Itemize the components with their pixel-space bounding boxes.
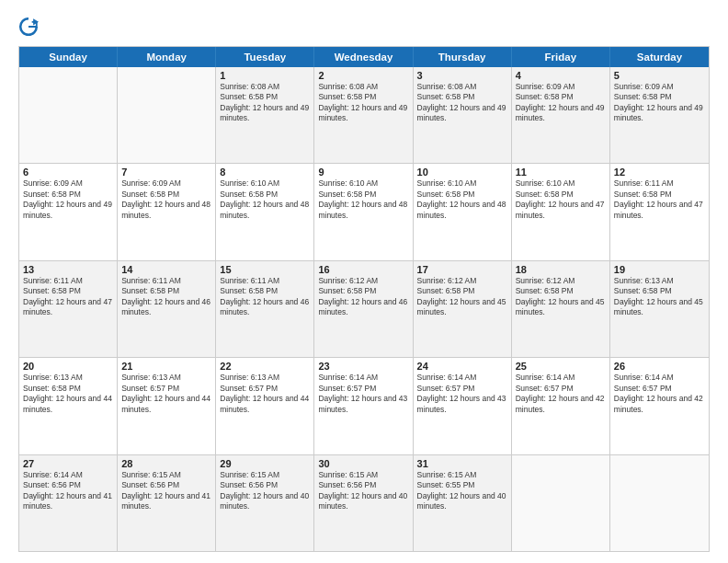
- day-number: 7: [121, 167, 211, 178]
- day-number: 16: [318, 264, 408, 275]
- day-number: 25: [516, 361, 606, 372]
- day-info: Sunrise: 6:14 AM Sunset: 6:57 PM Dayligh…: [614, 373, 705, 415]
- calendar-cell: 21Sunrise: 6:13 AM Sunset: 6:57 PM Dayli…: [118, 358, 216, 454]
- day-number: 23: [318, 361, 408, 372]
- day-number: 4: [516, 70, 606, 81]
- day-info: Sunrise: 6:15 AM Sunset: 6:56 PM Dayligh…: [121, 470, 211, 512]
- day-info: Sunrise: 6:10 AM Sunset: 6:58 PM Dayligh…: [516, 178, 606, 221]
- calendar-cell: 8Sunrise: 6:10 AM Sunset: 6:58 PM Daylig…: [216, 164, 314, 259]
- day-info: Sunrise: 6:14 AM Sunset: 6:57 PM Dayligh…: [417, 373, 507, 415]
- day-info: Sunrise: 6:11 AM Sunset: 6:58 PM Dayligh…: [614, 178, 705, 221]
- day-number: 22: [220, 361, 310, 372]
- day-info: Sunrise: 6:10 AM Sunset: 6:58 PM Dayligh…: [417, 178, 507, 221]
- day-number: 1: [220, 70, 310, 81]
- day-info: Sunrise: 6:14 AM Sunset: 6:57 PM Dayligh…: [516, 373, 606, 415]
- day-number: 26: [614, 361, 705, 372]
- day-info: Sunrise: 6:12 AM Sunset: 6:58 PM Dayligh…: [318, 276, 408, 318]
- day-info: Sunrise: 6:15 AM Sunset: 6:55 PM Dayligh…: [417, 470, 507, 512]
- day-info: Sunrise: 6:08 AM Sunset: 6:58 PM Dayligh…: [417, 82, 507, 124]
- day-number: 24: [417, 361, 507, 372]
- calendar-cell: 19Sunrise: 6:13 AM Sunset: 6:58 PM Dayli…: [610, 261, 709, 357]
- day-number: 27: [23, 458, 113, 469]
- calendar-cell: 17Sunrise: 6:12 AM Sunset: 6:58 PM Dayli…: [414, 261, 512, 357]
- day-number: 17: [417, 264, 507, 275]
- calendar-cell: 5Sunrise: 6:09 AM Sunset: 6:58 PM Daylig…: [610, 67, 709, 163]
- calendar-row: 20Sunrise: 6:13 AM Sunset: 6:58 PM Dayli…: [19, 357, 709, 454]
- calendar-cell: 22Sunrise: 6:13 AM Sunset: 6:57 PM Dayli…: [216, 358, 314, 454]
- calendar-body: 1Sunrise: 6:08 AM Sunset: 6:58 PM Daylig…: [19, 67, 709, 551]
- calendar-cell: 20Sunrise: 6:13 AM Sunset: 6:58 PM Dayli…: [19, 358, 118, 454]
- day-info: Sunrise: 6:15 AM Sunset: 6:56 PM Dayligh…: [318, 470, 408, 512]
- day-info: Sunrise: 6:14 AM Sunset: 6:57 PM Dayligh…: [318, 373, 408, 415]
- calendar-cell: [118, 67, 216, 163]
- day-number: 6: [23, 167, 113, 178]
- calendar-cell: [19, 67, 118, 163]
- calendar-cell: 26Sunrise: 6:14 AM Sunset: 6:57 PM Dayli…: [610, 358, 709, 454]
- calendar-cell: 16Sunrise: 6:12 AM Sunset: 6:58 PM Dayli…: [314, 261, 413, 357]
- weekday-header: Friday: [512, 47, 610, 67]
- day-number: 31: [417, 458, 507, 469]
- day-number: 21: [121, 361, 211, 372]
- day-info: Sunrise: 6:12 AM Sunset: 6:58 PM Dayligh…: [417, 276, 507, 318]
- day-number: 5: [614, 70, 705, 81]
- day-info: Sunrise: 6:09 AM Sunset: 6:58 PM Dayligh…: [614, 82, 705, 124]
- day-info: Sunrise: 6:09 AM Sunset: 6:58 PM Dayligh…: [516, 82, 606, 124]
- calendar-cell: [610, 455, 709, 551]
- calendar-cell: 13Sunrise: 6:11 AM Sunset: 6:58 PM Dayli…: [19, 261, 118, 357]
- day-number: 3: [417, 70, 507, 81]
- day-number: 18: [516, 264, 606, 275]
- day-number: 8: [220, 167, 310, 178]
- day-info: Sunrise: 6:09 AM Sunset: 6:58 PM Dayligh…: [121, 178, 211, 221]
- day-info: Sunrise: 6:14 AM Sunset: 6:56 PM Dayligh…: [23, 470, 113, 512]
- calendar-cell: 29Sunrise: 6:15 AM Sunset: 6:56 PM Dayli…: [216, 455, 314, 551]
- calendar-cell: 18Sunrise: 6:12 AM Sunset: 6:58 PM Dayli…: [512, 261, 610, 357]
- weekday-header: Tuesday: [216, 47, 314, 67]
- calendar-cell: 11Sunrise: 6:10 AM Sunset: 6:58 PM Dayli…: [512, 164, 610, 259]
- day-number: 10: [417, 167, 507, 178]
- calendar-cell: 24Sunrise: 6:14 AM Sunset: 6:57 PM Dayli…: [414, 358, 512, 454]
- weekday-header: Wednesday: [314, 47, 413, 67]
- header: [18, 17, 710, 37]
- calendar-cell: 23Sunrise: 6:14 AM Sunset: 6:57 PM Dayli…: [314, 358, 413, 454]
- calendar-cell: 10Sunrise: 6:10 AM Sunset: 6:58 PM Dayli…: [414, 164, 512, 259]
- calendar-cell: 12Sunrise: 6:11 AM Sunset: 6:58 PM Dayli…: [610, 164, 709, 259]
- calendar-cell: 2Sunrise: 6:08 AM Sunset: 6:58 PM Daylig…: [314, 67, 413, 163]
- calendar-cell: 30Sunrise: 6:15 AM Sunset: 6:56 PM Dayli…: [314, 455, 413, 551]
- calendar-cell: 4Sunrise: 6:09 AM Sunset: 6:58 PM Daylig…: [512, 67, 610, 163]
- day-number: 12: [614, 167, 705, 178]
- day-number: 15: [220, 264, 310, 275]
- calendar-cell: 25Sunrise: 6:14 AM Sunset: 6:57 PM Dayli…: [512, 358, 610, 454]
- day-number: 9: [318, 167, 408, 178]
- calendar-cell: 3Sunrise: 6:08 AM Sunset: 6:58 PM Daylig…: [414, 67, 512, 163]
- day-info: Sunrise: 6:11 AM Sunset: 6:58 PM Dayligh…: [23, 276, 113, 318]
- calendar-cell: 9Sunrise: 6:10 AM Sunset: 6:58 PM Daylig…: [314, 164, 413, 259]
- calendar-row: 27Sunrise: 6:14 AM Sunset: 6:56 PM Dayli…: [19, 454, 709, 551]
- calendar-cell: [512, 455, 610, 551]
- day-number: 2: [318, 70, 408, 81]
- page: SundayMondayTuesdayWednesdayThursdayFrid…: [0, 0, 728, 563]
- weekday-header: Monday: [118, 47, 216, 67]
- calendar-cell: 1Sunrise: 6:08 AM Sunset: 6:58 PM Daylig…: [216, 67, 314, 163]
- day-info: Sunrise: 6:13 AM Sunset: 6:58 PM Dayligh…: [23, 373, 113, 415]
- day-info: Sunrise: 6:08 AM Sunset: 6:58 PM Dayligh…: [220, 82, 310, 124]
- day-number: 13: [23, 264, 113, 275]
- logo: [18, 17, 42, 37]
- day-number: 19: [614, 264, 705, 275]
- day-number: 20: [23, 361, 113, 372]
- weekday-header: Sunday: [19, 47, 118, 67]
- day-info: Sunrise: 6:08 AM Sunset: 6:58 PM Dayligh…: [318, 82, 408, 124]
- calendar-cell: 6Sunrise: 6:09 AM Sunset: 6:58 PM Daylig…: [19, 164, 118, 259]
- day-info: Sunrise: 6:09 AM Sunset: 6:58 PM Dayligh…: [23, 178, 113, 221]
- logo-icon: [18, 17, 39, 37]
- day-info: Sunrise: 6:11 AM Sunset: 6:58 PM Dayligh…: [220, 276, 310, 318]
- day-info: Sunrise: 6:13 AM Sunset: 6:57 PM Dayligh…: [220, 373, 310, 415]
- day-number: 28: [121, 458, 211, 469]
- day-info: Sunrise: 6:10 AM Sunset: 6:58 PM Dayligh…: [220, 178, 310, 221]
- calendar-header: SundayMondayTuesdayWednesdayThursdayFrid…: [19, 47, 709, 67]
- calendar: SundayMondayTuesdayWednesdayThursdayFrid…: [18, 46, 710, 552]
- day-info: Sunrise: 6:10 AM Sunset: 6:58 PM Dayligh…: [318, 178, 408, 221]
- calendar-cell: 15Sunrise: 6:11 AM Sunset: 6:58 PM Dayli…: [216, 261, 314, 357]
- calendar-row: 6Sunrise: 6:09 AM Sunset: 6:58 PM Daylig…: [19, 163, 709, 259]
- calendar-cell: 28Sunrise: 6:15 AM Sunset: 6:56 PM Dayli…: [118, 455, 216, 551]
- calendar-cell: 27Sunrise: 6:14 AM Sunset: 6:56 PM Dayli…: [19, 455, 118, 551]
